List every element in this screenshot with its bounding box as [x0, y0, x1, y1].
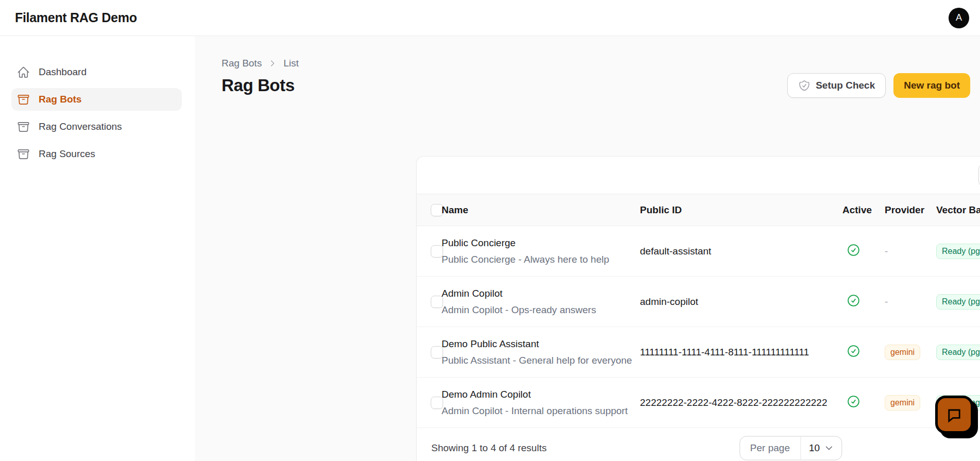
bot-public-id: 22222222-2222-4222-8222-222222222222 [640, 397, 842, 408]
chevron-right-icon [268, 59, 277, 67]
column-header-name[interactable]: Name [442, 204, 640, 216]
main-content: Rag Bots List Rag Bots Setup Check New r… [195, 36, 980, 461]
home-icon [17, 66, 30, 79]
per-page-select[interactable]: 10 [801, 436, 841, 459]
provider-badge: gemini [885, 395, 920, 411]
bot-name: Admin Copilot [442, 286, 640, 300]
brand-title: Filament RAG Demo [15, 10, 137, 25]
avatar-initial: A [956, 12, 962, 23]
sidebar-item-rag-conversations[interactable]: Rag Conversations [11, 115, 182, 138]
bot-public-id: 11111111-1111-4111-8111-111111111111 [640, 347, 842, 358]
app-window: Filament RAG Demo A Dashboard Rag Bots R… [0, 0, 980, 461]
sidebar-item-label: Rag Conversations [39, 121, 122, 132]
table-card: Name Public ID Active Provider Vector Ba… [416, 156, 980, 461]
sidebar-item-label: Dashboard [39, 66, 87, 78]
chevron-down-icon [824, 443, 833, 452]
breadcrumb-list[interactable]: List [283, 58, 299, 69]
breadcrumb: Rag Bots List [222, 58, 970, 69]
column-header-vector-backend[interactable]: Vector Backend [936, 204, 980, 216]
chat-bubble-icon [945, 405, 964, 424]
archive-box-icon [17, 93, 30, 106]
table-footer: Showing 1 to 4 of 4 results Per page 10 [417, 428, 980, 461]
bot-description: Public Assistant - General help for ever… [442, 353, 640, 367]
new-rag-bot-label: New rag bot [904, 80, 960, 91]
table-row[interactable]: Demo Admin Copilot Admin Copilot - Inter… [417, 378, 980, 428]
provider-value: - [885, 296, 888, 307]
check-circle-icon [847, 401, 860, 410]
check-circle-icon [847, 250, 860, 259]
vector-backend-badge: Ready (pgvector) [936, 294, 980, 310]
sidebar-item-rag-bots[interactable]: Rag Bots [11, 88, 182, 111]
shield-check-icon [798, 79, 810, 92]
bot-description: Admin Copilot - Internal operations supp… [442, 404, 640, 418]
header-actions: Setup Check New rag bot [787, 73, 970, 98]
table-row[interactable]: Public Concierge Public Concierge - Alwa… [417, 226, 980, 277]
check-circle-icon [847, 300, 860, 309]
vector-backend-badge: Ready (pgvector) [936, 244, 980, 259]
column-header-provider[interactable]: Provider [885, 204, 936, 216]
bot-name: Demo Admin Copilot [442, 387, 640, 401]
bot-name: Public Concierge [442, 236, 640, 250]
table-header-row: Name Public ID Active Provider Vector Ba… [417, 194, 980, 226]
topbar: Filament RAG Demo A [0, 0, 980, 36]
new-rag-bot-button[interactable]: New rag bot [893, 73, 970, 98]
bot-description: Admin Copilot - Ops-ready answers [442, 303, 640, 317]
bot-name: Demo Public Assistant [442, 337, 640, 351]
user-avatar[interactable]: A [949, 8, 969, 28]
check-circle-icon [847, 351, 860, 360]
results-summary: Showing 1 to 4 of 4 results [431, 442, 547, 454]
provider-value: - [885, 246, 888, 257]
archive-box-icon [17, 148, 30, 161]
bot-public-id: default-assistant [640, 246, 842, 257]
per-page-control: Per page 10 [739, 436, 842, 460]
sidebar-item-rag-sources[interactable]: Rag Sources [11, 143, 182, 165]
bot-description: Public Concierge - Always here to help [442, 252, 640, 266]
provider-badge: gemini [885, 345, 920, 360]
sidebar-item-dashboard[interactable]: Dashboard [11, 61, 182, 83]
sidebar-item-label: Rag Bots [39, 94, 81, 105]
archive-box-icon [17, 121, 30, 133]
per-page-label: Per page [740, 436, 801, 459]
setup-check-label: Setup Check [816, 80, 875, 91]
table-toolbar [417, 157, 980, 194]
setup-check-button[interactable]: Setup Check [787, 73, 886, 98]
vector-backend-badge: Ready (pgvector) [936, 345, 980, 360]
table-row[interactable]: Admin Copilot Admin Copilot - Ops-ready … [417, 277, 980, 327]
page-title: Rag Bots [222, 76, 295, 95]
column-header-active[interactable]: Active [842, 204, 885, 216]
sidebar-item-label: Rag Sources [39, 148, 95, 160]
column-header-public-id[interactable]: Public ID [640, 204, 842, 216]
page-header: Rag Bots List Rag Bots Setup Check New r… [222, 58, 970, 98]
breadcrumb-rag-bots[interactable]: Rag Bots [222, 58, 262, 69]
per-page-value: 10 [809, 442, 820, 454]
sidebar: Dashboard Rag Bots Rag Conversations Rag… [0, 36, 195, 461]
bot-public-id: admin-copilot [640, 296, 842, 308]
chat-widget-button[interactable] [935, 396, 973, 434]
table-row[interactable]: Demo Public Assistant Public Assistant -… [417, 327, 980, 378]
